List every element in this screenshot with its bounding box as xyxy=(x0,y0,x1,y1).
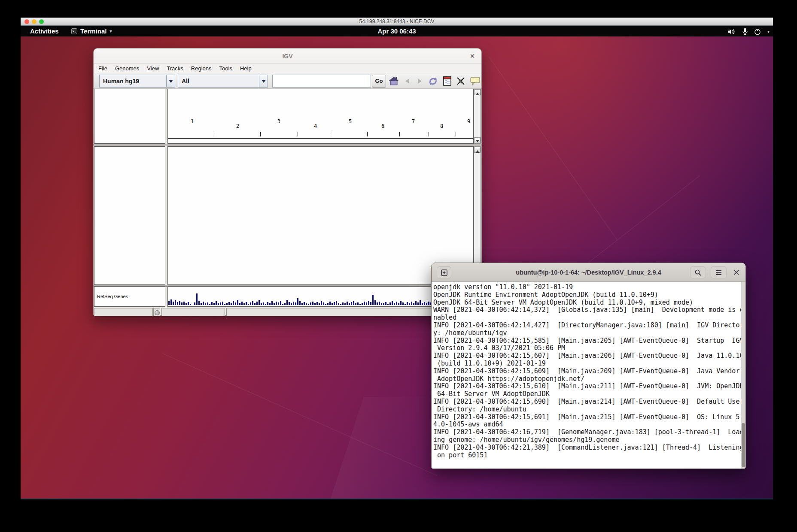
screen: 54.199.248.31:8443 - NICE DCV Activities… xyxy=(0,0,797,532)
refseq-track-view[interactable] xyxy=(167,287,474,307)
forward-icon[interactable] xyxy=(416,78,423,85)
terminal-headerbar[interactable]: ubuntu@ip-10-0-1-64: ~/Desktop/IGV_Linux… xyxy=(432,263,745,282)
locus-search-input[interactable] xyxy=(272,75,371,88)
status-knob[interactable] xyxy=(153,308,160,316)
chromosome-ruler[interactable]: 123456789 xyxy=(167,89,474,144)
histogram-bar xyxy=(366,302,367,305)
histogram-bar xyxy=(314,303,316,305)
terminal-log-line: on port 60151 xyxy=(433,452,745,459)
histogram-bar xyxy=(362,303,363,305)
terminal-body[interactable]: openjdk version "11.0.10" 2021-01-19Open… xyxy=(432,282,745,469)
go-button[interactable]: Go xyxy=(372,75,386,88)
histogram-bar xyxy=(203,302,204,305)
menu-tracks[interactable]: Tracks xyxy=(163,64,187,73)
chromosome-select[interactable]: All xyxy=(178,75,268,88)
chromosome-label-8[interactable]: 8 xyxy=(440,123,443,129)
scroll-up-button[interactable] xyxy=(474,147,481,153)
new-tab-button[interactable] xyxy=(437,266,451,278)
histogram-bar xyxy=(359,304,361,305)
histogram-bar xyxy=(228,302,230,305)
chromosome-label-3[interactable]: 3 xyxy=(277,118,280,124)
histogram-bar xyxy=(329,302,331,305)
window-zoom-button[interactable] xyxy=(39,19,44,24)
histogram-bar xyxy=(246,302,247,305)
histogram-bar xyxy=(254,303,256,305)
app-menu-label: Terminal xyxy=(80,27,106,35)
chromosome-label-5[interactable]: 5 xyxy=(349,118,352,124)
region-tool-icon[interactable] xyxy=(443,76,451,86)
chromosome-label-6[interactable]: 6 xyxy=(381,123,384,129)
fit-to-window-icon[interactable] xyxy=(456,77,465,85)
histogram-bar xyxy=(344,303,346,305)
terminal-log-line: openjdk version "11.0.10" 2021-01-19 xyxy=(433,284,745,291)
histogram-bar xyxy=(422,303,423,305)
hamburger-menu-button[interactable] xyxy=(711,266,727,278)
histogram-bar xyxy=(405,304,406,305)
activities-button[interactable]: Activities xyxy=(30,27,59,35)
scroll-down-button[interactable] xyxy=(474,137,481,143)
chromosome-panel-scrollbar[interactable] xyxy=(474,89,481,144)
search-button[interactable] xyxy=(690,266,706,278)
histogram-bar xyxy=(168,301,170,305)
terminal-log-line: 64-Bit Server VM AdoptOpenJDK xyxy=(433,390,745,398)
back-icon[interactable] xyxy=(404,78,411,85)
histogram-bar xyxy=(301,303,303,305)
histogram-bar xyxy=(243,303,245,305)
histogram-bar xyxy=(304,302,305,305)
refseq-track-label: RefSeq Genes xyxy=(97,294,128,299)
terminal-log-line: INFO [2021-04-30T06:42:16,719] [GenomeMa… xyxy=(433,429,745,436)
chromosome-label-1[interactable]: 1 xyxy=(191,118,194,124)
gene-density-histogram xyxy=(168,292,473,305)
ruler-tick xyxy=(333,132,333,136)
menu-regions[interactable]: Regions xyxy=(187,64,216,73)
refresh-icon[interactable] xyxy=(428,76,438,86)
ruler-tick xyxy=(456,132,456,136)
tooltip-bubble-icon[interactable] xyxy=(470,77,480,85)
histogram-bar xyxy=(407,302,408,305)
histogram-bar xyxy=(261,303,262,305)
histogram-bar xyxy=(327,303,329,305)
window-close-button[interactable] xyxy=(24,19,29,24)
histogram-bar xyxy=(426,303,427,305)
menu-view[interactable]: View xyxy=(143,64,163,73)
terminal-log-line: INFO [2021-04-30T06:42:15,609] [Main.jav… xyxy=(433,368,745,375)
chromosome-label-9[interactable]: 9 xyxy=(467,118,470,124)
close-icon[interactable]: ✕ xyxy=(468,51,477,61)
menu-file[interactable]: File xyxy=(94,64,111,73)
menu-help[interactable]: Help xyxy=(236,64,256,73)
terminal-log-line: Version 2.9.4 03/17/2021 05:06 PM xyxy=(433,345,745,352)
home-icon[interactable] xyxy=(389,76,399,86)
refseq-track-name-cell[interactable]: RefSeq Genes xyxy=(94,287,165,307)
menu-tools[interactable]: Tools xyxy=(216,64,236,73)
menu-genomes[interactable]: Genomes xyxy=(111,64,143,73)
terminal-log-line: INFO [2021-04-30T06:42:15,607] [Main.jav… xyxy=(433,352,745,360)
scroll-up-button[interactable] xyxy=(474,89,481,95)
genome-select[interactable]: Human hg19 xyxy=(99,75,175,88)
clock[interactable]: Apr 30 06:43 xyxy=(377,27,416,35)
chevron-down-icon[interactable] xyxy=(166,75,175,87)
histogram-bar xyxy=(372,295,374,305)
histogram-bar xyxy=(385,302,386,305)
chromosome-label-2[interactable]: 2 xyxy=(236,123,239,129)
histogram-bar xyxy=(306,303,307,305)
window-minimize-button[interactable] xyxy=(32,19,37,24)
refseq-track-panel: RefSeq Genes xyxy=(94,287,481,307)
histogram-bar xyxy=(374,300,376,305)
terminal-log-line: INFO [2021-04-30T06:42:15,691] [Main.jav… xyxy=(433,414,745,421)
chevron-down-icon[interactable] xyxy=(259,75,268,87)
data-panel-view[interactable] xyxy=(167,146,474,285)
terminal-scrollbar[interactable] xyxy=(741,282,745,469)
terminal-log-line: OpenJDK Runtime Environment AdoptOpenJDK… xyxy=(433,291,745,299)
histogram-bar xyxy=(222,302,223,305)
close-button[interactable] xyxy=(730,266,743,278)
histogram-bar xyxy=(252,301,253,305)
igv-menubar: FileGenomesViewTracksRegionsToolsHelp xyxy=(94,64,481,73)
scrollbar-thumb[interactable] xyxy=(742,423,745,467)
histogram-bar xyxy=(218,303,219,305)
igv-titlebar[interactable]: IGV ✕ xyxy=(94,48,481,64)
chromosome-label-7[interactable]: 7 xyxy=(412,118,415,124)
app-menu-terminal[interactable]: >_ Terminal ▾ xyxy=(71,27,112,35)
histogram-bar xyxy=(291,303,292,305)
system-tray[interactable]: ▾ xyxy=(727,26,770,37)
chromosome-label-4[interactable]: 4 xyxy=(314,123,317,129)
